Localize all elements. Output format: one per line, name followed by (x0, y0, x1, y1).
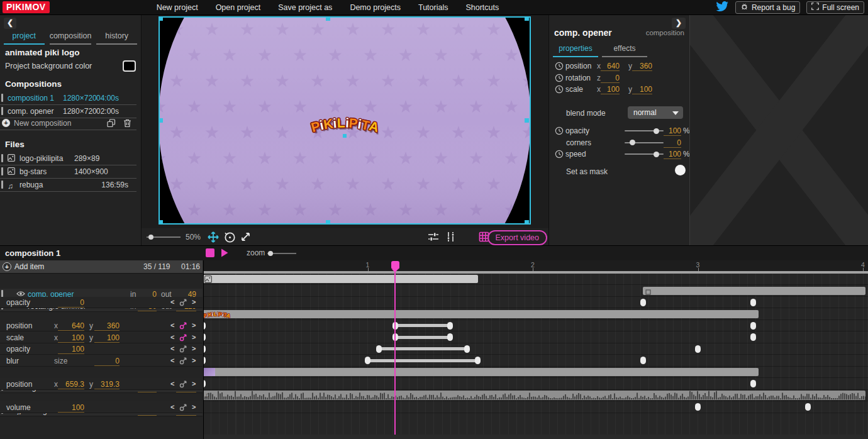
menu-item-tutorials[interactable]: Tutorials (418, 3, 448, 12)
opacity-slider[interactable] (625, 130, 664, 131)
keyframe[interactable] (750, 333, 756, 341)
collapse-left-panel-button[interactable]: ❮ (4, 18, 16, 29)
timeline-track-area[interactable]: 1234 PiKiLiPiTA♫ (203, 260, 868, 439)
keyframe[interactable] (204, 345, 206, 353)
prev-keyframe-button[interactable]: < (170, 298, 174, 306)
keyframe[interactable] (204, 322, 206, 330)
layer-bar[interactable] (204, 275, 478, 283)
menu-item-shortcuts[interactable]: Shortcuts (465, 3, 499, 12)
selection-handle[interactable] (159, 118, 163, 123)
stopwatch-icon[interactable] (555, 74, 564, 84)
export-video-button[interactable]: Export video (487, 230, 547, 245)
full-screen-button[interactable]: Full screen (806, 1, 864, 14)
timeline-bottom-scrollbar[interactable] (204, 435, 868, 439)
timeline-property-row-blur[interactable]: blursize0<> (0, 355, 203, 367)
keyframe-segment[interactable] (368, 359, 478, 362)
keyframe[interactable] (695, 403, 701, 411)
composition-item-comp-opener[interactable]: comp. opener1280×72002:00s (0, 105, 136, 118)
keyframe-toggle-icon[interactable] (179, 345, 187, 355)
layer-bar[interactable] (204, 368, 759, 376)
move-tool-icon[interactable] (207, 231, 220, 245)
property-value[interactable]: 640 (58, 321, 84, 331)
keyframe[interactable] (750, 299, 756, 306)
property-value[interactable]: 319.3 (94, 380, 120, 389)
scale-x-value[interactable]: 100 (601, 85, 620, 94)
selection-handle[interactable] (525, 220, 529, 225)
opacity-value[interactable]: 100 (664, 126, 681, 136)
keyframe[interactable] (204, 380, 206, 387)
background-color-swatch[interactable] (123, 60, 136, 72)
preview-zoom-knob[interactable] (148, 235, 153, 240)
timeline-zoom-slider[interactable] (267, 253, 296, 254)
stopwatch-icon[interactable] (555, 126, 564, 137)
trash-icon[interactable] (123, 119, 131, 130)
selection-handle[interactable] (525, 118, 529, 123)
pikimov-logo[interactable]: PIKIMOV (3, 1, 50, 13)
transform-anchor[interactable] (343, 134, 347, 138)
selection-handle[interactable] (326, 220, 330, 225)
position-y-value[interactable]: 360 (632, 62, 652, 71)
property-value[interactable]: 0 (58, 298, 84, 308)
keyframe-toggle-icon[interactable] (179, 321, 187, 331)
composition-item-composition-1[interactable]: composition 11280×72004:00s (0, 92, 136, 105)
tab-properties[interactable]: properties (553, 44, 598, 57)
rotate-tool-icon[interactable] (223, 231, 236, 246)
blend-mode-select[interactable]: normal (628, 106, 683, 119)
keyframe[interactable] (695, 345, 701, 353)
keyframe-toggle-icon[interactable] (179, 403, 187, 413)
keyframe[interactable] (475, 357, 481, 364)
stop-button[interactable] (206, 248, 214, 257)
layer-bar[interactable]: PiKiLiPiTA (204, 310, 759, 318)
layer-settings-icon[interactable] (428, 231, 439, 244)
timeline-property-row-opacity[interactable]: opacity100<> (0, 343, 203, 355)
speed-value[interactable]: 100 (664, 150, 681, 159)
menu-item-save-project-as[interactable]: Save project as (278, 3, 332, 12)
stopwatch-icon[interactable] (555, 85, 564, 96)
scale-tool-icon[interactable] (240, 231, 252, 245)
next-keyframe-button[interactable]: > (192, 345, 196, 352)
keyframe-toggle-icon[interactable] (179, 380, 187, 390)
playhead-handle[interactable] (391, 261, 399, 269)
report-bug-button[interactable]: Report a bug (735, 1, 800, 14)
scale-y-value[interactable]: 100 (632, 85, 652, 94)
prev-keyframe-button[interactable]: < (170, 333, 174, 341)
next-keyframe-button[interactable]: > (192, 403, 196, 411)
drag-handle[interactable] (1, 107, 3, 115)
next-keyframe-button[interactable]: > (192, 357, 196, 364)
tab-composition[interactable]: composition (50, 31, 92, 45)
menu-item-open-project[interactable]: Open project (216, 3, 261, 12)
layer-bar[interactable] (643, 287, 865, 295)
menu-item-demo-projects[interactable]: Demo projects (350, 3, 401, 12)
keyframe-segment[interactable] (395, 336, 450, 339)
keyframe[interactable] (204, 357, 206, 364)
timeline-property-row-position[interactable]: positionx659.3y319.3<> (0, 378, 203, 390)
timeline-ruler[interactable]: 1234 (204, 260, 868, 271)
next-keyframe-button[interactable]: > (192, 321, 196, 329)
keyframe[interactable] (447, 322, 453, 330)
keyframe-toggle-icon[interactable] (179, 298, 187, 308)
next-keyframe-button[interactable]: > (192, 380, 196, 387)
property-value[interactable]: 360 (94, 321, 120, 331)
next-keyframe-button[interactable]: > (192, 333, 196, 341)
position-x-value[interactable]: 640 (601, 62, 620, 71)
adjustments-icon[interactable] (445, 231, 456, 244)
prev-keyframe-button[interactable]: < (170, 345, 174, 352)
prev-keyframe-button[interactable]: < (170, 403, 174, 411)
property-value[interactable]: 100 (58, 333, 84, 343)
property-value[interactable]: 659.3 (58, 380, 84, 389)
timeline-zoom-knob[interactable] (268, 251, 273, 256)
drag-handle[interactable] (1, 181, 3, 189)
new-composition-row[interactable]: + New composition (0, 117, 136, 130)
keyframe[interactable] (365, 357, 370, 364)
stopwatch-icon[interactable] (555, 62, 564, 72)
corners-value[interactable]: 0 (664, 138, 681, 148)
add-item-row[interactable]: + Add item 35 / 119 01:16 (0, 260, 203, 274)
tab-project[interactable]: project (4, 31, 45, 45)
keyframe-toggle-icon[interactable] (179, 357, 187, 367)
corners-slider[interactable] (625, 142, 664, 143)
duplicate-icon[interactable] (107, 119, 116, 130)
rotation-z-value[interactable]: 0 (601, 74, 620, 83)
playhead-line[interactable] (394, 270, 396, 435)
keyframe-segment[interactable] (379, 347, 467, 350)
stopwatch-icon[interactable] (555, 150, 564, 160)
